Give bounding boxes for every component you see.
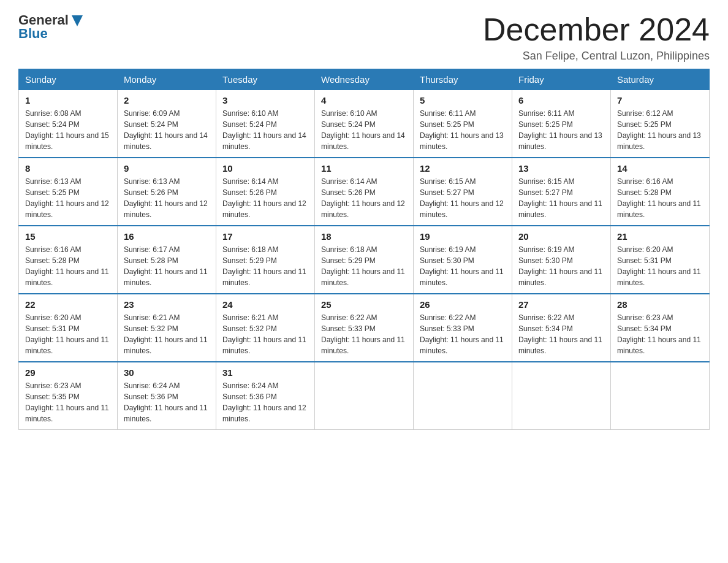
calendar-cell <box>611 362 710 430</box>
calendar-cell: 8Sunrise: 6:13 AMSunset: 5:25 PMDaylight… <box>19 158 118 226</box>
calendar-cell: 23Sunrise: 6:21 AMSunset: 5:32 PMDayligh… <box>118 294 216 362</box>
day-info: Sunrise: 6:22 AMSunset: 5:33 PMDaylight:… <box>420 312 506 356</box>
day-info: Sunrise: 6:10 AMSunset: 5:24 PMDaylight:… <box>222 108 308 152</box>
day-info: Sunrise: 6:21 AMSunset: 5:32 PMDaylight:… <box>124 312 210 356</box>
calendar-cell: 17Sunrise: 6:18 AMSunset: 5:29 PMDayligh… <box>216 226 315 294</box>
day-number: 2 <box>124 95 210 105</box>
calendar-cell: 25Sunrise: 6:22 AMSunset: 5:33 PMDayligh… <box>315 294 414 362</box>
day-number: 27 <box>518 299 604 310</box>
day-number: 14 <box>617 163 703 174</box>
calendar-cell: 22Sunrise: 6:20 AMSunset: 5:31 PMDayligh… <box>19 294 118 362</box>
calendar-week-2: 8Sunrise: 6:13 AMSunset: 5:25 PMDaylight… <box>19 158 710 226</box>
day-info: Sunrise: 6:21 AMSunset: 5:32 PMDaylight:… <box>222 312 308 356</box>
calendar-cell: 21Sunrise: 6:20 AMSunset: 5:31 PMDayligh… <box>611 226 710 294</box>
day-number: 25 <box>321 299 407 310</box>
calendar-cell: 19Sunrise: 6:19 AMSunset: 5:30 PMDayligh… <box>414 226 512 294</box>
calendar-cell: 14Sunrise: 6:16 AMSunset: 5:28 PMDayligh… <box>611 158 710 226</box>
calendar-cell: 24Sunrise: 6:21 AMSunset: 5:32 PMDayligh… <box>216 294 315 362</box>
calendar-week-4: 22Sunrise: 6:20 AMSunset: 5:31 PMDayligh… <box>19 294 710 362</box>
day-info: Sunrise: 6:18 AMSunset: 5:29 PMDaylight:… <box>222 244 308 288</box>
day-number: 16 <box>124 231 210 242</box>
day-number: 30 <box>124 367 210 378</box>
calendar-cell: 28Sunrise: 6:23 AMSunset: 5:34 PMDayligh… <box>611 294 710 362</box>
day-info: Sunrise: 6:20 AMSunset: 5:31 PMDaylight:… <box>25 312 111 356</box>
day-number: 24 <box>222 299 308 310</box>
day-info: Sunrise: 6:10 AMSunset: 5:24 PMDaylight:… <box>321 108 407 152</box>
day-number: 4 <box>321 95 407 105</box>
svg-marker-0 <box>72 15 83 26</box>
calendar-cell: 2Sunrise: 6:09 AMSunset: 5:24 PMDaylight… <box>118 90 216 158</box>
logo: General Blue <box>18 12 84 42</box>
calendar-cell: 9Sunrise: 6:13 AMSunset: 5:26 PMDaylight… <box>118 158 216 226</box>
day-info: Sunrise: 6:20 AMSunset: 5:31 PMDaylight:… <box>617 244 703 288</box>
day-number: 28 <box>617 299 703 310</box>
location-subtitle: San Felipe, Central Luzon, Philippines <box>483 50 710 63</box>
header-friday: Friday <box>512 69 611 90</box>
day-info: Sunrise: 6:11 AMSunset: 5:25 PMDaylight:… <box>518 108 604 152</box>
calendar-cell: 10Sunrise: 6:14 AMSunset: 5:26 PMDayligh… <box>216 158 315 226</box>
header-saturday: Saturday <box>611 69 710 90</box>
page-header: General Blue December 2024 San Felipe, C… <box>18 12 710 63</box>
calendar-header-row: SundayMondayTuesdayWednesdayThursdayFrid… <box>19 69 710 90</box>
header-tuesday: Tuesday <box>216 69 315 90</box>
day-number: 21 <box>617 231 703 242</box>
day-info: Sunrise: 6:16 AMSunset: 5:28 PMDaylight:… <box>617 176 703 220</box>
logo-inner: General Blue <box>18 12 84 42</box>
day-info: Sunrise: 6:14 AMSunset: 5:26 PMDaylight:… <box>222 176 308 220</box>
calendar-cell: 6Sunrise: 6:11 AMSunset: 5:25 PMDaylight… <box>512 90 611 158</box>
day-number: 8 <box>25 163 111 174</box>
calendar-cell: 12Sunrise: 6:15 AMSunset: 5:27 PMDayligh… <box>414 158 512 226</box>
day-number: 18 <box>321 231 407 242</box>
day-number: 26 <box>420 299 506 310</box>
day-info: Sunrise: 6:18 AMSunset: 5:29 PMDaylight:… <box>321 244 407 288</box>
calendar-cell: 20Sunrise: 6:19 AMSunset: 5:30 PMDayligh… <box>512 226 611 294</box>
calendar-cell: 31Sunrise: 6:24 AMSunset: 5:36 PMDayligh… <box>216 362 315 430</box>
calendar-week-3: 15Sunrise: 6:16 AMSunset: 5:28 PMDayligh… <box>19 226 710 294</box>
calendar-table: SundayMondayTuesdayWednesdayThursdayFrid… <box>18 69 710 430</box>
calendar-cell: 11Sunrise: 6:14 AMSunset: 5:26 PMDayligh… <box>315 158 414 226</box>
day-number: 19 <box>420 231 506 242</box>
day-info: Sunrise: 6:23 AMSunset: 5:35 PMDaylight:… <box>25 380 111 424</box>
day-info: Sunrise: 6:09 AMSunset: 5:24 PMDaylight:… <box>124 108 210 152</box>
day-info: Sunrise: 6:24 AMSunset: 5:36 PMDaylight:… <box>124 380 210 424</box>
calendar-cell: 16Sunrise: 6:17 AMSunset: 5:28 PMDayligh… <box>118 226 216 294</box>
calendar-cell: 3Sunrise: 6:10 AMSunset: 5:24 PMDaylight… <box>216 90 315 158</box>
calendar-cell: 5Sunrise: 6:11 AMSunset: 5:25 PMDaylight… <box>414 90 512 158</box>
header-wednesday: Wednesday <box>315 69 414 90</box>
day-number: 22 <box>25 299 111 310</box>
calendar-cell <box>414 362 512 430</box>
month-title: December 2024 <box>483 12 710 47</box>
calendar-cell <box>512 362 611 430</box>
calendar-cell: 18Sunrise: 6:18 AMSunset: 5:29 PMDayligh… <box>315 226 414 294</box>
calendar-cell: 1Sunrise: 6:08 AMSunset: 5:24 PMDaylight… <box>19 90 118 158</box>
calendar-cell: 4Sunrise: 6:10 AMSunset: 5:24 PMDaylight… <box>315 90 414 158</box>
header-sunday: Sunday <box>19 69 118 90</box>
calendar-week-5: 29Sunrise: 6:23 AMSunset: 5:35 PMDayligh… <box>19 362 710 430</box>
day-info: Sunrise: 6:17 AMSunset: 5:28 PMDaylight:… <box>124 244 210 288</box>
day-number: 29 <box>25 367 111 378</box>
day-number: 5 <box>420 95 506 105</box>
day-info: Sunrise: 6:23 AMSunset: 5:34 PMDaylight:… <box>617 312 703 356</box>
day-number: 15 <box>25 231 111 242</box>
day-info: Sunrise: 6:15 AMSunset: 5:27 PMDaylight:… <box>518 176 604 220</box>
title-block: December 2024 San Felipe, Central Luzon,… <box>483 12 710 63</box>
calendar-week-1: 1Sunrise: 6:08 AMSunset: 5:24 PMDaylight… <box>19 90 710 158</box>
day-number: 6 <box>518 95 604 105</box>
day-info: Sunrise: 6:22 AMSunset: 5:34 PMDaylight:… <box>518 312 604 356</box>
day-info: Sunrise: 6:24 AMSunset: 5:36 PMDaylight:… <box>222 380 308 424</box>
day-number: 1 <box>25 95 111 105</box>
day-number: 9 <box>124 163 210 174</box>
day-info: Sunrise: 6:11 AMSunset: 5:25 PMDaylight:… <box>420 108 506 152</box>
day-number: 20 <box>518 231 604 242</box>
day-number: 3 <box>222 95 308 105</box>
header-monday: Monday <box>118 69 216 90</box>
header-thursday: Thursday <box>414 69 512 90</box>
day-number: 23 <box>124 299 210 310</box>
day-info: Sunrise: 6:12 AMSunset: 5:25 PMDaylight:… <box>617 108 703 152</box>
day-number: 7 <box>617 95 703 105</box>
calendar-cell <box>315 362 414 430</box>
day-number: 12 <box>420 163 506 174</box>
calendar-cell: 29Sunrise: 6:23 AMSunset: 5:35 PMDayligh… <box>19 362 118 430</box>
day-number: 11 <box>321 163 407 174</box>
day-info: Sunrise: 6:13 AMSunset: 5:25 PMDaylight:… <box>25 176 111 220</box>
